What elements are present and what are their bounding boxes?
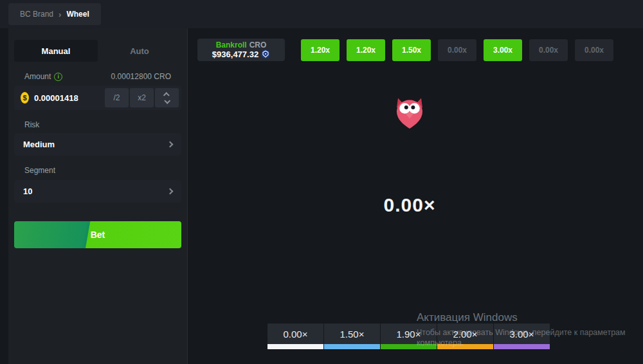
balance-text: 0.00012800 CRO (111, 72, 171, 81)
risk-value: Medium (23, 140, 55, 149)
legend-item: 1.50× (324, 323, 380, 349)
amount-label-row: Amount i 0.00012800 CRO (14, 72, 181, 81)
legend-label: 3.00× (494, 323, 550, 344)
history-multiplier-button[interactable]: 1.20x (301, 39, 340, 61)
legend-color-bar (381, 344, 437, 349)
legend: 0.00×1.50×1.90×2.00×3.00× (267, 323, 550, 349)
amount-label: Amount (24, 72, 51, 81)
history-multiplier-button[interactable]: 3.00x (484, 39, 522, 61)
chevron-down-icon[interactable] (164, 97, 170, 104)
bankroll-amount: $936,477.32 (212, 50, 258, 59)
legend-label: 0.00× (267, 323, 323, 344)
bankroll-chip: BankrollCRO $936,477.32 (197, 39, 285, 61)
history-multiplier-button[interactable]: 1.50x (392, 39, 431, 61)
wheel-game-app: BC Brand › Wheel Manual Auto Amount i 0.… (0, 0, 643, 364)
legend-item: 2.00× (437, 323, 493, 349)
segment-value: 10 (23, 187, 32, 196)
segment-label-row: Segment (14, 166, 181, 175)
result-multiplier: 0.00× (188, 194, 631, 216)
double-amount-button[interactable]: x2 (130, 88, 154, 107)
legend-item: 0.00× (267, 323, 323, 349)
history-multiplier-button[interactable]: 0.00x (529, 39, 568, 61)
amount-stepper[interactable] (155, 88, 179, 107)
legend-color-bar (324, 344, 380, 349)
legend-item: 3.00× (494, 323, 550, 349)
bankroll-title: Bankroll (216, 41, 247, 50)
legend-color-bar (437, 344, 493, 349)
cro-coin-icon (261, 50, 270, 59)
coin-dollar-icon: $ (21, 92, 29, 104)
amount-input[interactable] (34, 93, 105, 103)
risk-label-row: Risk (14, 120, 181, 129)
info-icon[interactable]: i (54, 73, 62, 81)
chevron-right-icon (167, 141, 174, 148)
breadcrumb-separator-icon: › (59, 10, 61, 19)
tab-auto[interactable]: Auto (98, 40, 181, 62)
risk-select[interactable]: Medium (14, 133, 181, 156)
breadcrumb-brand[interactable]: BC Brand (20, 10, 53, 19)
chevron-right-icon (167, 188, 174, 195)
content: Manual Auto Amount i 0.00012800 CRO $ /2… (0, 28, 643, 364)
amount-input-row: $ /2 x2 (14, 86, 181, 110)
legend-color-bar (267, 344, 323, 349)
risk-label: Risk (24, 120, 39, 129)
chevron-up-icon[interactable] (163, 92, 170, 98)
tab-manual[interactable]: Manual (14, 40, 98, 62)
windows-activation-watermark-title: Активация Windows (417, 311, 518, 324)
legend-color-bar (494, 344, 550, 349)
legend-item: 1.90× (381, 323, 437, 349)
bankroll-currency: CRO (249, 41, 267, 50)
mode-tabs: Manual Auto (14, 40, 181, 62)
legend-label: 1.50× (324, 323, 380, 344)
history-multiplier-button[interactable]: 0.00x (575, 39, 613, 61)
legend-label: 1.90× (381, 323, 437, 344)
segment-label: Segment (24, 166, 55, 175)
history-multiplier-button[interactable]: 1.20x (347, 39, 385, 61)
game-area: BankrollCRO $936,477.32 1.20x1.20x1.50x0… (187, 28, 643, 364)
history-multiplier-button[interactable]: 0.00x (438, 39, 476, 61)
top-bar: BC Brand › Wheel (0, 0, 643, 28)
segment-select[interactable]: 10 (14, 180, 181, 203)
breadcrumb-page: Wheel (66, 10, 89, 19)
breadcrumb[interactable]: BC Brand › Wheel (8, 3, 101, 25)
bet-panel: Manual Auto Amount i 0.00012800 CRO $ /2… (8, 28, 187, 364)
owl-mascot-icon (395, 97, 424, 129)
half-amount-button[interactable]: /2 (105, 88, 129, 107)
multiplier-history: 1.20x1.20x1.50x0.00x3.00x0.00x0.00x (301, 39, 613, 61)
legend-label: 2.00× (437, 323, 493, 344)
bet-button[interactable]: Bet (14, 221, 181, 248)
